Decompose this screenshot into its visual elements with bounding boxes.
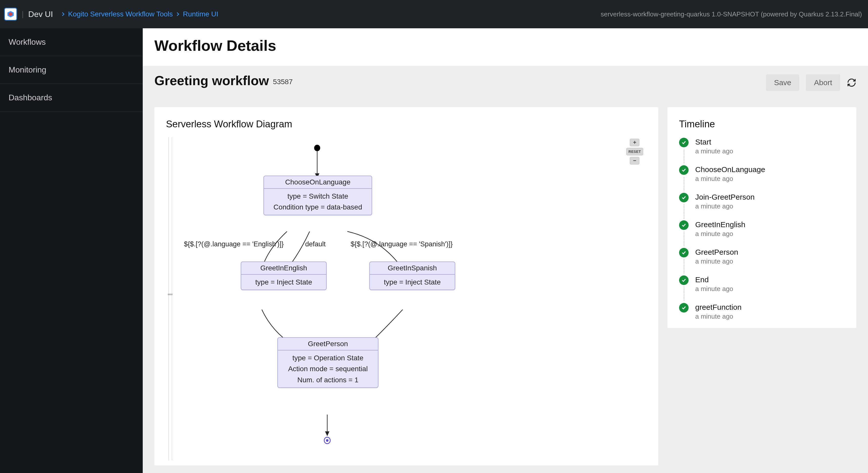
node-body: type = Inject State	[370, 275, 455, 290]
check-circle-icon	[679, 138, 689, 147]
timeline-item-name: End	[695, 275, 733, 284]
node-body: type = Inject State	[241, 275, 326, 290]
chevron-right-icon	[175, 11, 180, 17]
sidebar-item-label: Workflows	[8, 37, 46, 47]
timeline-panel: Timeline Starta minute ago ChooseOnLangu…	[668, 107, 857, 328]
node-title: ChooseOnLanguage	[264, 176, 372, 189]
timeline-list: Starta minute ago ChooseOnLanguagea minu…	[679, 138, 845, 320]
node-greet-in-english[interactable]: GreetInEnglish type = Inject State	[241, 262, 327, 290]
chevron-right-icon	[61, 11, 66, 17]
timeline-item-name: greetFunction	[695, 303, 741, 312]
svg-point-2	[314, 145, 320, 151]
save-button[interactable]: Save	[766, 74, 799, 91]
check-circle-icon	[679, 303, 689, 313]
node-greet-in-spanish[interactable]: GreetInSpanish type = Inject State	[369, 262, 455, 290]
sidebar-item-workflows[interactable]: Workflows	[0, 28, 143, 56]
check-circle-icon	[679, 220, 689, 230]
diagram-panel: Serverless Workflow Diagram || + RESET −	[154, 107, 658, 466]
diagram-edges	[169, 137, 647, 461]
breadcrumb: Kogito Serverless Workflow Tools Runtime…	[61, 10, 218, 18]
timeline-item-name: ChooseOnLanguage	[695, 165, 765, 174]
devui-brand[interactable]: Dev UI	[28, 9, 53, 19]
edge-label-english: ${$.[?(@.language == 'English')]}	[184, 240, 284, 248]
edge-label-default: default	[305, 240, 326, 248]
timeline-item-ago: a minute ago	[695, 285, 733, 293]
node-title: GreetPerson	[278, 338, 378, 351]
zoom-reset-button[interactable]: RESET	[626, 148, 643, 155]
workflow-name: Greeting workflow	[154, 73, 269, 88]
quarkus-logo-icon[interactable]	[4, 7, 17, 21]
node-title: GreetInEnglish	[241, 262, 326, 275]
timeline-item-name: GreetPerson	[695, 248, 738, 257]
node-greet-person[interactable]: GreetPerson type = Operation State Actio…	[277, 337, 378, 388]
timeline-item: Join-GreetPersona minute ago	[679, 193, 845, 220]
edge-label-spanish: ${$.[?(@.language == 'Spanish')]}	[351, 240, 453, 248]
page-title: Workflow Details	[143, 28, 868, 66]
sidebar-item-monitoring[interactable]: Monitoring	[0, 56, 143, 84]
timeline-item-name: Start	[695, 138, 733, 146]
refresh-icon[interactable]	[847, 78, 857, 87]
timeline-item: ChooseOnLanguagea minute ago	[679, 165, 845, 193]
breadcrumb-item-runtime[interactable]: Runtime UI	[183, 10, 218, 18]
main: Workflow Details Greeting workflow 53587…	[143, 28, 868, 473]
timeline-item: GreetInEnglisha minute ago	[679, 220, 845, 248]
timeline-item-ago: a minute ago	[695, 147, 733, 155]
check-circle-icon	[679, 193, 689, 202]
sidebar-item-label: Monitoring	[8, 65, 46, 74]
diagram-canvas[interactable]: || + RESET −	[168, 137, 647, 461]
diagram-title: Serverless Workflow Diagram	[166, 119, 647, 129]
node-choose-on-language[interactable]: ChooseOnLanguage type = Switch State Con…	[264, 176, 372, 215]
breadcrumb-item-tools[interactable]: Kogito Serverless Workflow Tools	[68, 10, 173, 18]
timeline-item-ago: a minute ago	[695, 202, 754, 210]
svg-point-6	[326, 439, 329, 442]
node-title: GreetInSpanish	[370, 262, 455, 275]
timeline-item: Enda minute ago	[679, 275, 845, 303]
timeline-item-ago: a minute ago	[695, 313, 741, 320]
node-body: type = Operation State Action mode = seq…	[278, 351, 378, 387]
timeline-item-ago: a minute ago	[695, 175, 765, 183]
timeline-item: greetFunctiona minute ago	[679, 303, 845, 320]
zoom-out-button[interactable]: −	[630, 157, 640, 165]
node-body: type = Switch State Condition type = dat…	[264, 189, 372, 215]
timeline-item-name: Join-GreetPerson	[695, 193, 754, 201]
check-circle-icon	[679, 275, 689, 285]
sidebar: Workflows Monitoring Dashboards	[0, 28, 143, 473]
workflow-id: 53587	[273, 78, 293, 86]
sidebar-item-dashboards[interactable]: Dashboards	[0, 84, 143, 112]
zoom-in-button[interactable]: +	[630, 139, 640, 146]
timeline-item: GreetPersona minute ago	[679, 248, 845, 275]
timeline-item-name: GreetInEnglish	[695, 220, 745, 229]
timeline-title: Timeline	[679, 119, 845, 129]
topbar-divider: |	[22, 10, 24, 19]
timeline-item-ago: a minute ago	[695, 230, 745, 238]
workflow-header: Greeting workflow 53587 Save Abort	[143, 66, 868, 99]
abort-button[interactable]: Abort	[806, 74, 840, 91]
svg-point-5	[324, 437, 330, 444]
check-circle-icon	[679, 165, 689, 175]
topbar: | Dev UI Kogito Serverless Workflow Tool…	[0, 0, 868, 28]
sidebar-item-label: Dashboards	[8, 93, 52, 102]
timeline-item-ago: a minute ago	[695, 258, 738, 265]
timeline-item: Starta minute ago	[679, 138, 845, 165]
zoom-controls: + RESET −	[626, 139, 643, 165]
topbar-version-info: serverless-workflow-greeting-quarkus 1.0…	[601, 10, 862, 18]
check-circle-icon	[679, 248, 689, 258]
